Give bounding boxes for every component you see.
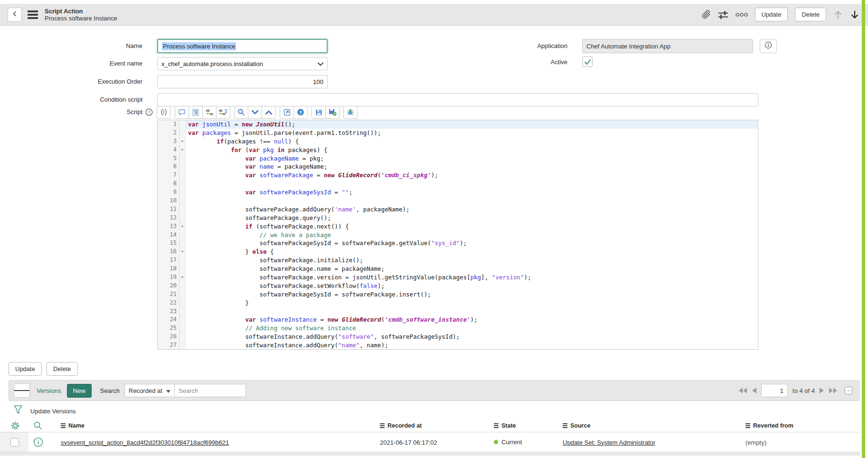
fold-marker-icon [179, 265, 186, 273]
find-next-icon[interactable] [262, 106, 276, 119]
context-menu-icon[interactable] [28, 10, 38, 19]
column-header-reverted-from[interactable]: Reverted from [745, 422, 860, 429]
fold-marker-icon [179, 197, 186, 205]
column-header-recorded-at[interactable]: Recorded at [380, 422, 494, 429]
filter-funnel-icon[interactable] [13, 405, 23, 417]
code-line[interactable]: 12 softwarePackage.query(); [158, 214, 758, 222]
fold-marker-icon[interactable]: ▾ [179, 222, 186, 231]
fold-marker-icon[interactable]: ▾ [179, 248, 186, 256]
replace-icon[interactable]: abac [202, 106, 217, 119]
code-line[interactable]: 19▾ softwarePackage.version = jsonUtil.g… [158, 273, 758, 282]
fold-marker-icon [179, 299, 186, 307]
update-button-header[interactable]: Update [755, 8, 788, 21]
update-button-footer[interactable]: Update [9, 362, 42, 376]
next-page-icon[interactable] [820, 388, 824, 393]
debug-icon[interactable] [343, 106, 358, 119]
versions-list-menu-button[interactable] [14, 383, 30, 398]
search-icon[interactable] [234, 106, 248, 119]
chevron-down-icon [318, 60, 323, 67]
code-line[interactable]: 26 softwareInstance.addQuery("software",… [158, 333, 758, 341]
attachment-icon[interactable] [702, 10, 711, 19]
code-line[interactable]: 8 [158, 180, 758, 188]
name-input[interactable]: Process software Instance [157, 39, 328, 53]
code-line[interactable]: 10 [158, 197, 758, 205]
code-line[interactable]: 17 softwarePackage.initialize(); [158, 256, 758, 265]
delete-button-header[interactable]: Delete [795, 8, 826, 21]
open-in-window-icon[interactable] [280, 106, 294, 119]
current-page-input[interactable] [761, 384, 788, 397]
svg-text:ac: ac [210, 112, 214, 115]
application-info-button[interactable] [760, 39, 777, 53]
code-line[interactable]: 9 var softwarePackageSysId = ""; [158, 188, 758, 197]
line-number: 9 [158, 188, 179, 197]
first-page-icon[interactable] [739, 388, 747, 393]
code-line[interactable]: 13▾ if (softwarePackage.next()) { [158, 222, 758, 231]
script-code-editor[interactable]: 1var jsonUtil = new JsonUtil();2var pack… [157, 120, 758, 350]
save-icon[interactable] [311, 106, 326, 119]
editor-help-icon[interactable]: ? [293, 106, 308, 119]
save-check-icon[interactable] [325, 106, 340, 119]
last-page-icon[interactable] [829, 388, 837, 393]
versions-search-field-select[interactable]: Recorded at [124, 384, 175, 397]
version-source-link[interactable]: Update Set: System Administrator [563, 439, 655, 446]
code-line[interactable]: 15 softwarePackageSysId = softwarePackag… [158, 239, 758, 248]
line-number: 1 [158, 120, 179, 129]
versions-list-title: Versions [37, 387, 61, 394]
breadcrumb-all-link[interactable]: Update Versions [30, 408, 75, 415]
format-code-icon[interactable] [189, 106, 203, 119]
code-line[interactable]: 2var packages = jsonUtil.parse(event.par… [158, 129, 758, 137]
code-line[interactable]: 18 softwarePackage.name = packageName; [158, 265, 758, 273]
toggle-comment-icon[interactable] [175, 106, 189, 119]
scroll-up-icon[interactable] [833, 10, 843, 19]
list-search-icon[interactable] [33, 421, 42, 430]
scroll-down-icon[interactable] [850, 10, 859, 19]
code-line[interactable]: 25 // Adding new software instance [158, 324, 758, 333]
code-text: softwarePackage.addQuery('name', package… [186, 205, 758, 214]
back-button[interactable] [8, 8, 22, 22]
code-line[interactable]: 6 var name = packageName; [158, 162, 758, 171]
more-options-icon[interactable] [736, 13, 748, 17]
execution-order-input[interactable]: 100 [157, 75, 328, 88]
code-line[interactable]: 7 var softwarePackage = new GlideRecord(… [158, 171, 758, 180]
code-text: var softwareInstance = new GlideRecord('… [186, 315, 758, 324]
code-text: var softwarePackageSysId = ""; [186, 188, 758, 197]
code-line[interactable]: 22 } [158, 299, 758, 307]
versions-search-input[interactable] [175, 384, 246, 397]
list-gear-icon[interactable] [10, 421, 20, 430]
code-text: // Adding new software instance [186, 324, 758, 333]
line-number: 8 [158, 180, 179, 188]
record-preview-info-icon[interactable] [33, 437, 43, 447]
fold-marker-icon[interactable]: ▾ [179, 137, 186, 146]
code-line[interactable]: 16▾ } else { [158, 248, 758, 256]
script-syntax-icon[interactable] [157, 106, 171, 119]
collapse-list-icon[interactable]: − [845, 387, 852, 394]
column-header-name[interactable]: Name [61, 422, 380, 429]
code-line[interactable]: 3▾ if(packages !== null) { [158, 137, 758, 146]
fold-marker-icon[interactable]: ▾ [179, 146, 186, 154]
versions-new-button[interactable]: New [67, 384, 92, 398]
column-header-state[interactable]: State [494, 422, 563, 429]
personalize-form-icon[interactable] [718, 10, 728, 19]
code-line[interactable]: 23 [158, 307, 758, 316]
row-checkbox[interactable] [10, 438, 19, 447]
fold-marker-icon[interactable]: ▾ [179, 273, 186, 282]
delete-button-footer[interactable]: Delete [47, 362, 78, 376]
code-line[interactable]: 27 softwareInstance.addQuery("name", nam… [158, 341, 758, 350]
code-line[interactable]: 1var jsonUtil = new JsonUtil(); [158, 120, 758, 129]
find-previous-icon[interactable] [248, 106, 262, 119]
active-checkbox[interactable] [582, 57, 593, 67]
previous-page-icon[interactable] [752, 388, 756, 393]
code-line[interactable]: 24 var softwareInstance = new GlideRecor… [158, 315, 758, 324]
code-line[interactable]: 21 softwarePackageSysId = softwarePackag… [158, 290, 758, 299]
code-line[interactable]: 5 var packageName = pkg; [158, 154, 758, 163]
replace-all-icon[interactable]: abac [216, 106, 230, 119]
code-line[interactable]: 20 softwarePackage.setWorkflow(false); [158, 282, 758, 290]
code-line[interactable]: 11 softwarePackage.addQuery('name', pack… [158, 205, 758, 214]
condition-script-input[interactable] [157, 93, 758, 106]
script-help-icon[interactable]: ? [145, 108, 153, 116]
column-header-source[interactable]: Source [563, 422, 745, 429]
code-line[interactable]: 4▾ for (var pkg in packages) { [158, 146, 758, 154]
code-line[interactable]: 14 // we have a package [158, 231, 758, 239]
version-name-link[interactable]: sysevent_script_action_8acd4f2d2f303010f… [61, 439, 229, 446]
event-name-select[interactable]: x_chef_automate.process.installation [157, 57, 328, 70]
